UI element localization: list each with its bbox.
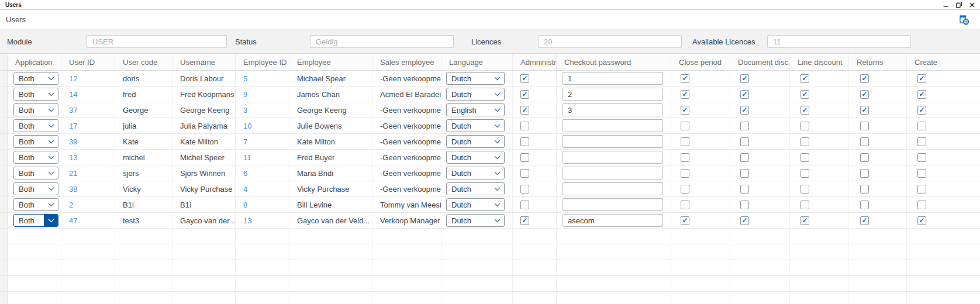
document-discount-checkbox[interactable] [740,153,749,162]
column-header-employee-id[interactable]: Employee ID [236,54,289,70]
cell-user-id[interactable]: 2 [61,197,115,212]
document-globe-icon[interactable] [959,15,969,25]
create-checkbox[interactable] [917,74,926,83]
document-discount-checkbox[interactable] [740,106,749,115]
row-selector[interactable] [0,150,8,165]
column-header-username[interactable]: Username [172,54,236,70]
returns-checkbox[interactable] [860,201,869,209]
close-period-checkbox[interactable] [681,216,689,225]
language-select[interactable]: Dutch [446,88,505,101]
create-checkbox[interactable] [917,122,926,130]
column-header-checkout-password[interactable]: Checkout password [557,54,671,70]
cell-employee-id[interactable]: 10 [236,118,289,133]
line-discount-checkbox[interactable] [800,201,809,209]
checkout-password-input[interactable] [563,167,663,179]
create-checkbox[interactable] [917,169,926,178]
returns-checkbox[interactable] [860,122,869,130]
language-select[interactable]: Dutch [446,72,505,85]
line-discount-checkbox[interactable] [800,169,809,178]
row-selector[interactable] [0,134,8,149]
cell-employee-id[interactable]: 4 [236,181,289,196]
row-selector[interactable] [0,181,8,196]
close-period-checkbox[interactable] [681,137,689,146]
cell-employee-id[interactable]: 6 [236,165,289,181]
close-period-checkbox[interactable] [681,122,689,130]
close-period-checkbox[interactable] [681,106,689,115]
cell-user-id[interactable]: 39 [61,134,115,149]
column-header-language[interactable]: Language [441,54,513,70]
row-selector[interactable] [0,118,8,133]
application-select[interactable]: Both [13,119,58,132]
returns-checkbox[interactable] [860,185,869,194]
checkout-password-input[interactable] [563,198,663,211]
row-selector[interactable] [0,71,8,86]
application-select[interactable]: Both [13,167,58,179]
cell-employee-id[interactable]: 9 [236,87,289,102]
column-header-application[interactable]: Application [8,54,61,70]
column-header-create[interactable]: Create [907,54,980,70]
document-discount-checkbox[interactable] [740,90,749,99]
language-select[interactable]: Dutch [446,182,505,195]
language-select[interactable]: Dutch [446,198,505,211]
close-period-checkbox[interactable] [681,153,689,162]
language-select[interactable]: Dutch [446,214,505,227]
language-select[interactable]: Dutch [446,151,505,164]
line-discount-checkbox[interactable] [800,90,809,99]
application-select[interactable]: Both [13,182,58,195]
application-select[interactable]: Both [13,72,58,85]
administrator-checkbox[interactable] [520,169,529,178]
cell-employee-id[interactable]: 8 [236,197,289,212]
create-checkbox[interactable] [917,216,926,225]
document-discount-checkbox[interactable] [740,185,749,194]
document-discount-checkbox[interactable] [740,216,749,225]
create-checkbox[interactable] [917,90,926,99]
cell-employee-id[interactable]: 7 [236,134,289,149]
row-selector[interactable] [0,197,8,212]
restore-icon[interactable] [956,2,962,8]
checkout-password-input[interactable] [563,214,663,227]
cell-employee-id[interactable]: 11 [236,150,289,165]
administrator-checkbox[interactable] [520,216,529,225]
returns-checkbox[interactable] [860,137,869,146]
document-discount-checkbox[interactable] [740,122,749,130]
row-selector[interactable] [0,165,8,181]
close-period-checkbox[interactable] [681,74,689,83]
returns-checkbox[interactable] [860,169,869,178]
filter-input-module[interactable] [87,35,227,48]
cell-employee-id[interactable]: 5 [236,71,289,86]
close-icon[interactable] [969,2,975,8]
administrator-checkbox[interactable] [520,153,529,162]
administrator-checkbox[interactable] [520,106,529,115]
document-discount-checkbox[interactable] [740,201,749,209]
returns-checkbox[interactable] [860,90,869,99]
cell-user-id[interactable]: 13 [61,150,115,165]
line-discount-checkbox[interactable] [800,185,809,194]
returns-checkbox[interactable] [860,216,869,225]
language-select[interactable]: Dutch [446,135,505,148]
minimize-icon[interactable] [943,2,948,8]
column-header-returns[interactable]: Returns [849,54,907,70]
close-period-checkbox[interactable] [681,90,689,99]
checkout-password-input[interactable] [563,72,663,85]
column-header-user-code[interactable]: User code [115,54,172,70]
create-checkbox[interactable] [917,185,926,194]
cell-user-id[interactable]: 38 [61,181,115,196]
administrator-checkbox[interactable] [520,185,529,194]
line-discount-checkbox[interactable] [800,106,809,115]
row-selector[interactable] [0,213,8,228]
cell-user-id[interactable]: 12 [61,71,115,86]
language-select[interactable]: Dutch [446,167,505,179]
checkout-password-input[interactable] [563,119,663,132]
cell-user-id[interactable]: 47 [61,213,115,228]
create-checkbox[interactable] [917,106,926,115]
filter-input-status[interactable] [310,35,454,48]
document-discount-checkbox[interactable] [740,74,749,83]
row-selector[interactable] [0,102,8,118]
column-header-employee[interactable]: Employee [289,54,372,70]
cell-employee-id[interactable]: 13 [236,213,289,228]
close-period-checkbox[interactable] [681,201,689,209]
create-checkbox[interactable] [917,201,926,209]
column-header-document-disc[interactable]: Document disc... [730,54,790,70]
checkout-password-input[interactable] [563,88,663,101]
close-period-checkbox[interactable] [681,185,689,194]
